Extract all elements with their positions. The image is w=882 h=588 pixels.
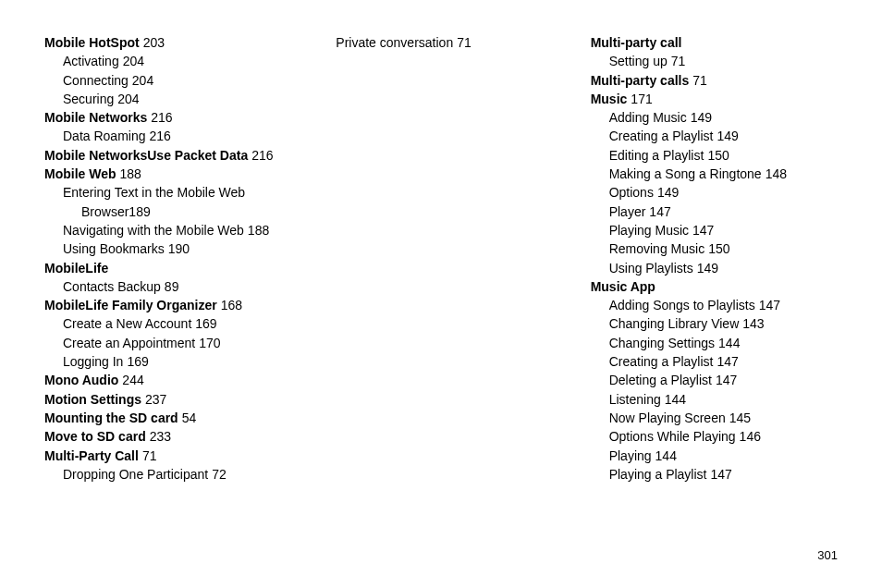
index-heading[interactable]: Multi-party call [591, 33, 838, 52]
index-subentry[interactable]: Making a Song a Ringtone148 [591, 165, 838, 183]
index-subentry[interactable]: Navigating with the Mobile Web188 [44, 221, 291, 239]
index-subentry[interactable]: Entering Text in the Mobile Web [44, 183, 291, 202]
index-subentry[interactable]: Playing144 [591, 447, 838, 465]
index-subentry[interactable]: Dropping One Participant72 [44, 465, 291, 484]
index-subentry[interactable]: Options149 [591, 183, 838, 202]
index-subentry[interactable]: Setting up71 [591, 52, 838, 70]
index-subentry[interactable]: Listening144 [591, 390, 838, 409]
index-subentry[interactable]: Playing a Playlist147 [591, 465, 838, 484]
index-heading[interactable]: Music App [591, 277, 838, 296]
index-subentry[interactable]: Contacts Backup89 [44, 277, 291, 296]
index-heading[interactable]: Multi-Party Call71 [44, 447, 291, 465]
index-subentry[interactable]: Creating a Playlist149 [591, 127, 838, 145]
index-heading[interactable]: MobileLife [44, 259, 291, 277]
index-subentry[interactable]: Securing204 [44, 90, 291, 108]
index-subentry[interactable]: Private conversation71 [317, 33, 564, 52]
index-subentry[interactable]: Create a New Account169 [44, 314, 291, 333]
index-subentry[interactable]: Using Playlists149 [591, 259, 838, 277]
index-heading[interactable]: Music171 [591, 90, 838, 108]
page-number: 301 [817, 548, 838, 562]
index-subentry[interactable]: Player147 [591, 202, 838, 221]
index-heading[interactable]: Move to SD card233 [44, 427, 291, 446]
index-subentry[interactable]: Options While Playing146 [591, 427, 838, 446]
index-heading[interactable]: Multi-party calls71 [591, 71, 838, 90]
index-heading[interactable]: Motion Settings237 [44, 390, 291, 409]
index-subentry[interactable]: Adding Music149 [591, 108, 838, 127]
index-heading[interactable]: Mobile Web188 [44, 165, 291, 183]
index-subentry[interactable]: Removing Music150 [591, 239, 838, 258]
index-subentry[interactable]: Creating a Playlist147 [591, 352, 838, 371]
index-heading[interactable]: Mobile NetworksUse Packet Data216 [44, 146, 291, 165]
index-subentry[interactable]: Adding Songs to Playlists147 [591, 296, 838, 314]
index-page: Mobile HotSpot203 Activating204 Connecti… [0, 0, 882, 518]
index-subentry[interactable]: Create an Appointment170 [44, 334, 291, 352]
index-subentry[interactable]: Playing Music147 [591, 221, 838, 239]
index-subentry[interactable]: Changing Settings144 [591, 334, 838, 352]
index-subentry[interactable]: Now Playing Screen145 [591, 409, 838, 427]
index-heading[interactable]: MobileLife Family Organizer168 [44, 296, 291, 314]
index-subentry[interactable]: Registration143 [864, 33, 882, 52]
index-subentry[interactable]: Connecting204 [44, 71, 291, 90]
index-subentry[interactable]: Activating204 [44, 52, 291, 70]
index-heading[interactable]: Mobile Networks216 [44, 108, 291, 127]
index-subentry[interactable]: Changing Library View143 [591, 314, 838, 333]
index-subentry[interactable]: Data Roaming216 [44, 127, 291, 145]
index-heading[interactable]: Mounting the SD card54 [44, 409, 291, 427]
index-heading[interactable]: Mobile HotSpot203 [44, 33, 291, 52]
index-subentry[interactable]: Editing a Playlist150 [591, 146, 838, 165]
index-subentry[interactable]: Logging In169 [44, 352, 291, 371]
index-subentry-cont[interactable]: Browser189 [44, 202, 291, 221]
index-heading[interactable]: Mono Audio244 [44, 371, 291, 389]
index-subentry[interactable]: Using Bookmarks190 [44, 239, 291, 258]
index-subentry[interactable]: Deleting a Playlist147 [591, 371, 838, 389]
